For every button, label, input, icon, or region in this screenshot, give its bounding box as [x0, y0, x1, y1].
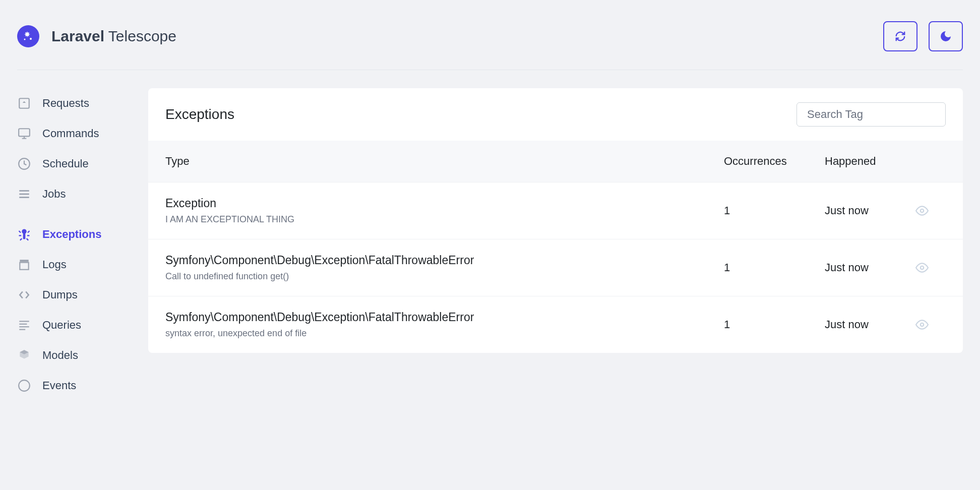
table-row: Symfony\Component\Debug\Exception\FatalT… — [148, 239, 963, 296]
happened-value: Just now — [825, 318, 915, 331]
eye-icon — [915, 261, 929, 274]
table-row: Symfony\Component\Debug\Exception\FatalT… — [148, 296, 963, 353]
header-left: Laravel Telescope — [17, 25, 176, 47]
queries-icon — [17, 318, 31, 332]
svg-point-0 — [30, 38, 32, 40]
happened-value: Just now — [825, 204, 915, 217]
sidebar-item-queries[interactable]: Queries — [17, 310, 148, 340]
svg-rect-3 — [19, 129, 30, 136]
exception-message: Call to undefined function get() — [165, 271, 724, 282]
sidebar-item-label: Models — [42, 349, 78, 362]
content: Exceptions Type Occurrences Happened Exc… — [148, 88, 963, 401]
models-icon — [17, 348, 31, 362]
sidebar-item-label: Queries — [42, 319, 81, 332]
sidebar-item-label: Logs — [42, 258, 67, 271]
dumps-icon — [17, 288, 31, 302]
col-header-occurrences: Occurrences — [724, 155, 825, 168]
logo-icon — [17, 25, 39, 47]
sidebar-item-label: Schedule — [42, 157, 89, 170]
svg-rect-9 — [23, 233, 26, 239]
svg-line-15 — [27, 238, 29, 240]
sidebar-item-commands[interactable]: Commands — [17, 118, 148, 149]
view-button[interactable] — [915, 318, 929, 331]
occurrences-value: 1 — [724, 318, 825, 331]
sidebar-spacer — [17, 209, 148, 219]
svg-point-25 — [921, 323, 924, 327]
sidebar-item-models[interactable]: Models — [17, 340, 148, 371]
svg-line-10 — [19, 231, 21, 233]
sidebar: Requests Commands — [17, 88, 148, 401]
sidebar-item-label: Requests — [42, 97, 89, 110]
svg-point-8 — [22, 229, 26, 234]
moon-icon — [940, 30, 952, 42]
card-header: Exceptions — [148, 88, 963, 141]
svg-point-1 — [24, 39, 26, 40]
sidebar-item-schedule[interactable]: Schedule — [17, 149, 148, 179]
exceptions-icon — [17, 227, 31, 241]
svg-point-22 — [19, 380, 30, 391]
events-icon — [17, 379, 31, 393]
logs-icon — [17, 258, 31, 272]
commands-icon — [17, 127, 31, 141]
exceptions-card: Exceptions Type Occurrences Happened Exc… — [148, 88, 963, 353]
svg-rect-2 — [19, 98, 29, 108]
eye-icon — [915, 204, 929, 217]
sidebar-item-label: Exceptions — [42, 228, 101, 241]
sidebar-item-exceptions[interactable]: Exceptions — [17, 219, 148, 250]
exception-message: syntax error, unexpected end of file — [165, 328, 724, 339]
sidebar-item-logs[interactable]: Logs — [17, 250, 148, 280]
toggle-dark-button[interactable] — [929, 21, 963, 51]
requests-icon — [17, 96, 31, 110]
col-header-view — [915, 155, 946, 168]
svg-line-14 — [20, 238, 22, 240]
svg-point-24 — [921, 266, 924, 270]
col-header-happened: Happened — [825, 155, 915, 168]
occurrences-value: 1 — [724, 204, 825, 217]
svg-point-23 — [921, 209, 924, 213]
exception-message: I AM AN EXCEPTIONAL THING — [165, 214, 724, 225]
jobs-icon — [17, 187, 31, 201]
refresh-icon — [895, 31, 906, 42]
sidebar-item-label: Dumps — [42, 288, 78, 301]
sidebar-item-jobs[interactable]: Jobs — [17, 179, 148, 209]
refresh-button[interactable] — [883, 21, 917, 51]
occurrences-value: 1 — [724, 261, 825, 274]
header: Laravel Telescope — [17, 0, 963, 70]
table-header: Type Occurrences Happened — [148, 141, 963, 182]
svg-rect-16 — [20, 260, 28, 262]
sidebar-item-label: Jobs — [42, 188, 66, 201]
svg-rect-17 — [20, 263, 28, 270]
view-button[interactable] — [915, 261, 929, 274]
view-button[interactable] — [915, 204, 929, 217]
search-input[interactable] — [797, 102, 946, 127]
eye-icon — [915, 318, 929, 331]
sidebar-item-label: Commands — [42, 127, 99, 140]
sidebar-item-requests[interactable]: Requests — [17, 88, 148, 118]
sidebar-item-events[interactable]: Events — [17, 371, 148, 401]
schedule-icon — [17, 157, 31, 171]
sidebar-item-dumps[interactable]: Dumps — [17, 280, 148, 310]
exception-name: Symfony\Component\Debug\Exception\FatalT… — [165, 311, 724, 324]
card-title: Exceptions — [165, 106, 234, 122]
table-row: Exception I AM AN EXCEPTIONAL THING 1 Ju… — [148, 182, 963, 239]
col-header-type: Type — [165, 155, 724, 168]
svg-line-11 — [28, 231, 30, 233]
exception-name: Exception — [165, 197, 724, 210]
app-title: Laravel Telescope — [51, 28, 176, 45]
header-actions — [883, 21, 963, 51]
happened-value: Just now — [825, 261, 915, 274]
sidebar-item-label: Events — [42, 379, 76, 392]
exception-name: Symfony\Component\Debug\Exception\FatalT… — [165, 254, 724, 267]
